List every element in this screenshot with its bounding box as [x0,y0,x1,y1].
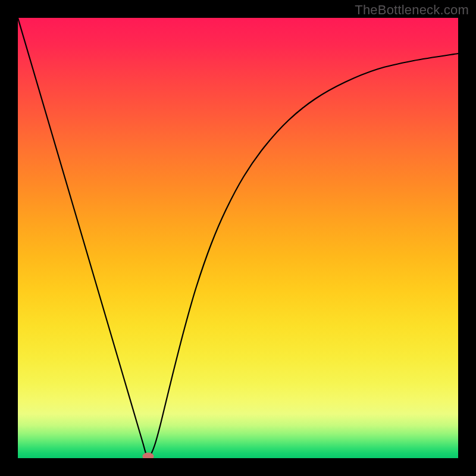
minimum-marker [143,453,154,459]
plot-area [18,18,458,458]
chart-frame: TheBottleneck.com [0,0,476,476]
watermark-text: TheBottleneck.com [355,2,469,18]
bottleneck-curve [18,18,458,458]
